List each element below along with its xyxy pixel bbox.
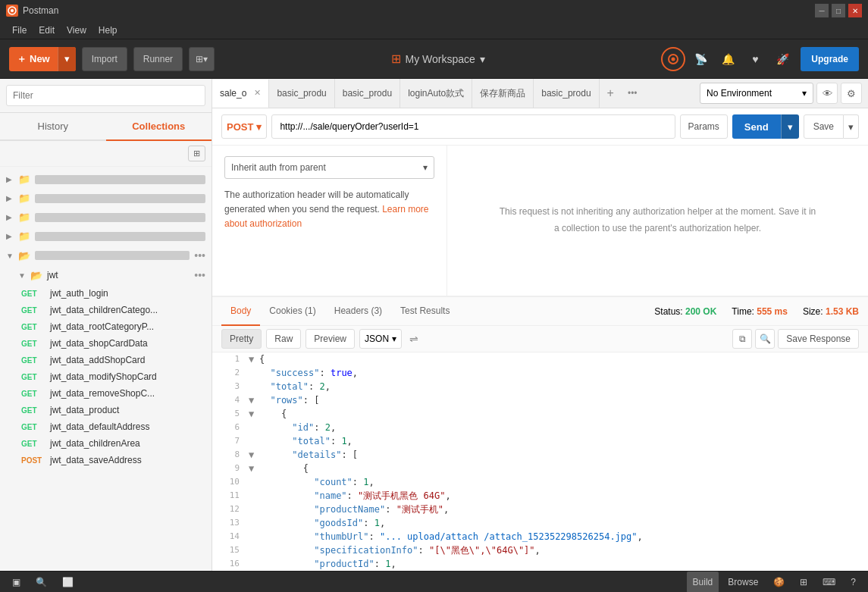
env-dropdown[interactable]: No Environment ▾ <box>700 83 813 104</box>
cookies-button[interactable]: 🍪 <box>767 572 791 593</box>
json-line: 10 "count" : 1 , <box>212 475 868 489</box>
list-item[interactable]: GET jwt_data_shopCardData <box>0 335 212 352</box>
more-icon[interactable]: ••• <box>194 249 205 262</box>
satellite-icon[interactable]: 📡 <box>688 47 713 71</box>
tab-save-new[interactable]: 保存新商品 <box>472 79 534 108</box>
method-badge-get: GET <box>21 406 45 415</box>
list-item[interactable]: GET jwt_data_modifyShopCard <box>0 368 212 385</box>
auth-left: Inherit auth from parent ▾ The authoriza… <box>212 146 447 296</box>
terminal-icon: ⬜ <box>62 577 74 587</box>
tab-basic-2[interactable]: basic_produ <box>335 79 400 108</box>
menu-view[interactable]: View <box>61 21 92 39</box>
response-tab-cookies[interactable]: Cookies (1) <box>260 297 324 326</box>
list-item[interactable]: GET jwt_data_childrenCatego... <box>0 302 212 318</box>
search-button[interactable]: 🔍 <box>30 572 53 593</box>
rocket-icon[interactable]: 🚀 <box>770 47 794 71</box>
list-item[interactable]: GET jwt_data_product <box>0 402 212 418</box>
menu-help[interactable]: Help <box>92 21 124 39</box>
tab-basic-1[interactable]: basic_produ <box>269 79 334 108</box>
import-button[interactable]: Import <box>82 47 127 71</box>
list-item[interactable]: GET jwt_data_removeShopC... <box>0 385 212 402</box>
browse-button[interactable]: Browse <box>722 572 764 593</box>
tab-collections[interactable]: Collections <box>106 113 212 141</box>
maximize-button[interactable]: □ <box>832 4 845 17</box>
list-item[interactable]: ▶ 📁 <box>0 170 212 189</box>
save-group: Save ▾ <box>804 114 859 139</box>
params-button[interactable]: Params <box>680 114 728 139</box>
save-button[interactable]: Save <box>804 114 844 139</box>
response-tab-tests[interactable]: Test Results <box>391 297 459 326</box>
list-item[interactable]: GET jwt_data_rootCategoryP... <box>0 318 212 335</box>
tab-label: basic_produ <box>277 88 326 99</box>
wrap-icon[interactable]: ⇌ <box>409 333 418 345</box>
method-select[interactable]: POST ▾ <box>221 114 267 139</box>
tab-basic-3[interactable]: basic_produ <box>534 79 599 108</box>
env-eye-button[interactable]: 👁 <box>816 83 838 104</box>
layout-button[interactable]: ⊞▾ <box>189 47 215 71</box>
send-button[interactable]: Send <box>732 114 781 139</box>
endpoint-label: jwt_data_shopCardData <box>50 338 148 349</box>
svg-point-3 <box>672 57 675 61</box>
list-item[interactable]: GET jwt_data_addShopCard <box>0 352 212 368</box>
menu-edit[interactable]: Edit <box>33 21 61 39</box>
more-icon[interactable]: ••• <box>194 269 205 281</box>
workspace-button[interactable]: ⊞ My Workspace ▾ <box>391 52 485 66</box>
json-line: 9 ▼ { <box>212 462 868 475</box>
new-dropdown-arrow[interactable]: ▾ <box>58 47 76 71</box>
list-item[interactable]: GET jwt_data_defaultAddress <box>0 418 212 435</box>
save-dropdown-button[interactable]: ▾ <box>844 114 859 139</box>
jwt-folder-label: jwt <box>47 270 190 280</box>
close-button[interactable]: ✕ <box>848 4 862 17</box>
url-input[interactable] <box>271 114 675 139</box>
list-item[interactable]: ▼ 📂 ••• <box>0 246 212 265</box>
add-tab-button[interactable]: + <box>600 86 622 100</box>
tab-close-icon[interactable]: ✕ <box>254 88 261 98</box>
response-tab-body[interactable]: Body <box>221 297 260 326</box>
list-item[interactable]: ▶ 📁 <box>0 189 212 208</box>
list-item[interactable]: ▶ 📁 <box>0 208 212 227</box>
minimize-button[interactable]: ─ <box>815 4 829 17</box>
tab-history[interactable]: History <box>0 113 106 139</box>
runner-button[interactable]: Runner <box>133 47 183 71</box>
tab-label: sale_o <box>220 88 246 99</box>
endpoint-label: jwt_data_childrenCatego... <box>50 305 158 315</box>
format-select[interactable]: JSON ▾ <box>359 329 402 349</box>
keyboard-button[interactable]: ⌨ <box>816 572 841 593</box>
help-button[interactable]: ? <box>844 572 862 593</box>
sync-icon[interactable] <box>661 47 685 71</box>
tab-label: basic_produ <box>541 88 591 99</box>
view-raw-button[interactable]: Raw <box>266 329 301 349</box>
auth-type-select[interactable]: Inherit auth from parent ▾ <box>224 156 434 179</box>
send-dropdown-button[interactable]: ▾ <box>781 114 799 139</box>
sidebar-search-input[interactable] <box>6 85 205 106</box>
new-button[interactable]: ＋ New ▾ <box>9 47 76 71</box>
json-line: 6 "id" : 2 , <box>212 421 868 434</box>
build-button[interactable]: Build <box>687 572 719 593</box>
view-pretty-button[interactable]: Pretty <box>221 329 262 349</box>
save-response-button[interactable]: Save Response <box>778 329 859 349</box>
workspace-selector: ⊞ My Workspace ▾ <box>221 52 655 66</box>
grid-button[interactable]: ⊞ <box>794 572 813 593</box>
list-item[interactable]: POST jwt_data_saveAddress <box>0 452 212 468</box>
new-collection-button[interactable]: ⊞ <box>188 146 205 161</box>
folder-label <box>35 194 205 203</box>
copy-response-button[interactable]: ⧉ <box>732 329 752 349</box>
json-line: 12 "productName" : "测试手机" , <box>212 503 868 516</box>
tab-loginauto[interactable]: loginAuto款式 <box>400 79 472 108</box>
terminal-button[interactable]: ⬜ <box>56 572 80 593</box>
menu-file[interactable]: File <box>6 21 33 39</box>
tab-sale-o[interactable]: sale_o ✕ <box>212 80 269 108</box>
response-tab-headers[interactable]: Headers (3) <box>325 297 391 326</box>
list-item[interactable]: ▶ 📁 <box>0 227 212 246</box>
env-settings-button[interactable]: ⚙ <box>841 83 862 104</box>
more-tabs-button[interactable]: ••• <box>622 88 644 99</box>
upgrade-button[interactable]: Upgrade <box>801 47 859 71</box>
list-item[interactable]: ▼ 📂 jwt ••• <box>0 265 212 285</box>
layout-toggle-button[interactable]: ▣ <box>6 572 27 593</box>
list-item[interactable]: GET jwt_data_childrenArea <box>0 435 212 452</box>
bell-icon[interactable]: 🔔 <box>716 47 740 71</box>
heart-icon[interactable]: ♥ <box>743 47 767 71</box>
view-preview-button[interactable]: Preview <box>306 329 355 349</box>
search-response-button[interactable]: 🔍 <box>755 329 775 349</box>
list-item[interactable]: GET jwt_auth_login <box>0 285 212 302</box>
